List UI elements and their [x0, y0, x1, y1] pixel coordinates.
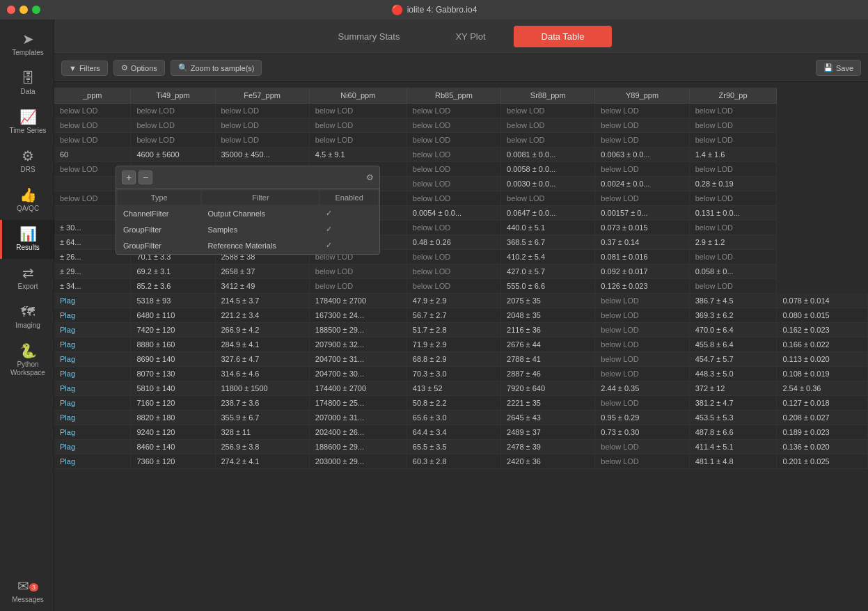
table-cell: 470.0 ± 6.4 — [689, 323, 777, 338]
table-row[interactable]: Plag5810 ± 14011800 ± 1500174400 ± 27004… — [54, 381, 868, 396]
zoom-button[interactable]: 🔍 Zoom to sample(s) — [171, 60, 262, 76]
table-cell: below LOD — [407, 104, 500, 118]
sidebar-label-export: Export — [18, 283, 38, 291]
table-row[interactable]: below LODbelow LODbelow LODbelow LODbelo… — [54, 133, 868, 148]
table-cell: below LOD — [407, 148, 500, 162]
sidebar-item-time-series[interactable]: 📈 Time Series — [0, 103, 54, 142]
table-wrapper[interactable]: _ppmTi49_ppmFe57_ppmNi60_ppmRb85_ppmSr88… — [54, 82, 868, 611]
table-cell: 0.127 ± 0.018 — [777, 396, 868, 411]
table-cell: 11800 ± 1500 — [215, 381, 309, 396]
sidebar-item-python-workspace[interactable]: 🐍 Python Workspace — [0, 337, 54, 384]
sidebar-item-export[interactable]: ⇄ Export — [0, 259, 54, 298]
sidebar-item-drs[interactable]: ⚙ DRS — [0, 142, 54, 181]
table-cell: 60.3 ± 2.8 — [407, 454, 500, 469]
filter-table: Type Filter Enabled ChannelFilter Output… — [116, 189, 379, 254]
sidebar-item-results[interactable]: 📊 Results — [0, 220, 54, 259]
table-row[interactable]: Plag5318 ± 93214.5 ± 3.7178400 ± 270047.… — [54, 294, 868, 308]
table-cell: 2075 ± 35 — [501, 294, 595, 308]
table-cell: 0.28 ± 0.19 — [689, 177, 777, 191]
tab-xy-plot[interactable]: XY Plot — [427, 26, 513, 47]
table-cell: 60 — [54, 148, 131, 162]
filter-filter: Output Channels — [202, 206, 319, 221]
table-cell: below LOD — [407, 264, 500, 279]
table-cell: 4.5 ± 9.1 — [309, 148, 407, 162]
table-cell: 555.0 ± 6.6 — [501, 279, 595, 294]
table-cell: 284.9 ± 4.1 — [215, 338, 309, 352]
table-cell: below LOD — [689, 250, 777, 264]
table-cell: 0.208 ± 0.027 — [777, 411, 868, 425]
table-cell: 0.0063 ± 0.0... — [595, 148, 689, 162]
table-cell: 0.73 ± 0.30 — [595, 425, 689, 440]
table-row[interactable]: below LODbelow LODbelow LODbelow LODbelo… — [54, 104, 868, 118]
filter-remove-button[interactable]: − — [139, 170, 152, 184]
table-cell: below LOD — [689, 279, 777, 294]
tab-summary-stats[interactable]: Summary Stats — [310, 26, 428, 47]
table-cell: 0.073 ± 0.015 — [595, 221, 689, 235]
table-row[interactable]: Plag6480 ± 110221.2 ± 3.4167300 ± 24...5… — [54, 308, 868, 323]
table-row[interactable]: 604600 ± 560035000 ± 450...4.5 ± 9.1belo… — [54, 148, 868, 162]
table-cell: 238.7 ± 3.6 — [215, 396, 309, 411]
table-cell: 188600 ± 29... — [309, 440, 407, 454]
tabbar: Summary Stats XY Plot Data Table — [54, 19, 868, 54]
filter-settings-icon[interactable]: ⚙ — [366, 173, 374, 182]
table-cell: 174400 ± 2700 — [309, 381, 407, 396]
filter-enabled: ✓ — [320, 222, 378, 237]
options-button[interactable]: ⚙ Options — [113, 60, 165, 76]
filters-button[interactable]: ▼ Filters — [61, 61, 108, 76]
table-cell: below LOD — [215, 118, 309, 133]
sidebar-item-templates[interactable]: ➤ Templates — [0, 25, 54, 64]
table-cell: 0.189 ± 0.023 — [777, 425, 868, 440]
table-cell: 0.0081 ± 0.0... — [501, 148, 595, 162]
minimize-button[interactable] — [19, 6, 28, 14]
table-cell: below LOD — [309, 118, 407, 133]
filter-add-button[interactable]: + — [122, 170, 136, 184]
messages-badge: 3 — [29, 583, 38, 592]
table-cell: 410.2 ± 5.4 — [501, 250, 595, 264]
table-cell: 2887 ± 46 — [501, 367, 595, 381]
filter-panel: + − ⚙ Type Filter Enabled ChannelFilter … — [116, 166, 380, 255]
cell-type: Plag — [54, 367, 131, 381]
cell-type: Plag — [54, 454, 131, 469]
table-row[interactable]: Plag7360 ± 120274.2 ± 4.1203000 ± 29...6… — [54, 454, 868, 469]
sidebar-item-data[interactable]: 🗄 Data — [0, 64, 54, 103]
table-cell: 207000 ± 31... — [309, 411, 407, 425]
table-cell: 64.4 ± 3.4 — [407, 425, 500, 440]
maximize-button[interactable] — [32, 6, 40, 14]
messages-icon: ✉3 — [17, 579, 38, 593]
sidebar-item-qaqc[interactable]: 👍 QA/QC — [0, 181, 54, 220]
table-row[interactable]: Plag7420 ± 120266.9 ± 4.2188500 ± 29...5… — [54, 323, 868, 338]
table-row[interactable]: Plag7160 ± 120238.7 ± 3.6174800 ± 25...5… — [54, 396, 868, 411]
table-cell: 2658 ± 37 — [215, 264, 309, 279]
sidebar-label-drs: DRS — [20, 166, 35, 174]
table-row[interactable]: Plag8070 ± 130314.6 ± 4.6204700 ± 30...7… — [54, 367, 868, 381]
table-cell: 8820 ± 180 — [131, 411, 215, 425]
table-row[interactable]: Plag9240 ± 120328 ± 11202400 ± 26...64.4… — [54, 425, 868, 440]
table-cell: 0.092 ± 0.017 — [595, 264, 689, 279]
table-cell: 8070 ± 130 — [131, 367, 215, 381]
table-cell: 0.078 ± 0.014 — [777, 294, 868, 308]
table-cell: below LOD — [595, 338, 689, 352]
sidebar-label-templates: Templates — [12, 49, 44, 57]
table-cell: 0.126 ± 0.023 — [595, 279, 689, 294]
table-row[interactable]: Plag8820 ± 180355.9 ± 6.7207000 ± 31...6… — [54, 411, 868, 425]
sidebar-item-messages[interactable]: ✉3 Messages — [0, 572, 54, 611]
tab-data-table[interactable]: Data Table — [514, 26, 613, 47]
filter-row[interactable]: GroupFilter Reference Materials ✓ — [118, 238, 378, 253]
table-cell: 0.081 ± 0.016 — [595, 250, 689, 264]
table-cell: 413 ± 52 — [407, 381, 500, 396]
table-row[interactable]: Plag8460 ± 140256.9 ± 3.8188600 ± 29...6… — [54, 440, 868, 454]
table-row[interactable]: Plag8880 ± 160284.9 ± 4.1207900 ± 32...7… — [54, 338, 868, 352]
table-row[interactable]: Plag8690 ± 140327.6 ± 4.7204700 ± 31...6… — [54, 352, 868, 367]
close-button[interactable] — [7, 6, 15, 14]
save-button[interactable]: 💾 Save — [816, 60, 861, 76]
qaqc-icon: 👍 — [19, 188, 37, 202]
filter-row[interactable]: ChannelFilter Output Channels ✓ — [118, 206, 378, 221]
filter-row[interactable]: GroupFilter Samples ✓ — [118, 222, 378, 237]
sidebar-item-imaging[interactable]: 🗺 Imaging — [0, 298, 54, 337]
table-row[interactable]: ± 34...85.2 ± 3.63412 ± 49below LODbelow… — [54, 279, 868, 294]
table-row[interactable]: below LODbelow LODbelow LODbelow LODbelo… — [54, 118, 868, 133]
table-row[interactable]: ± 29...69.2 ± 3.12658 ± 37below LODbelow… — [54, 264, 868, 279]
table-cell: 8880 ± 160 — [131, 338, 215, 352]
table-cell: 0.00157 ± 0... — [595, 206, 689, 221]
table-cell: 5810 ± 140 — [131, 381, 215, 396]
